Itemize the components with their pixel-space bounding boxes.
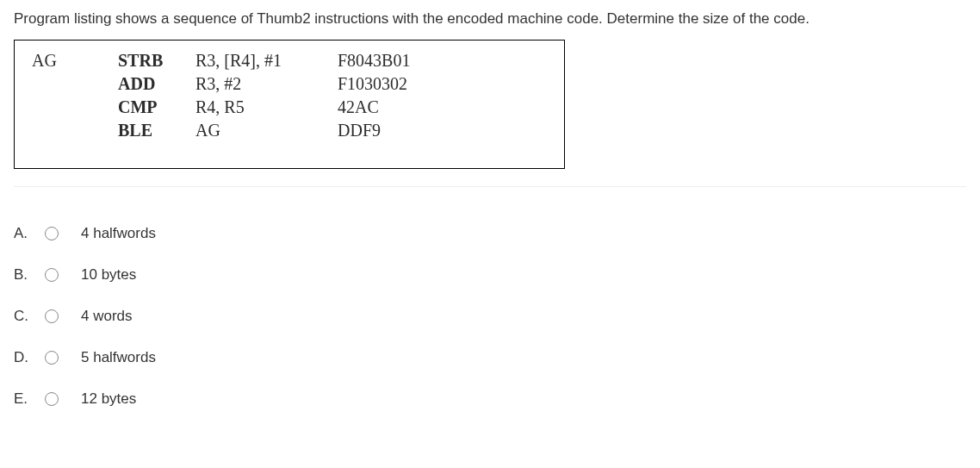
option-letter: D. [14, 349, 40, 366]
option-c[interactable]: C. 4 words [14, 296, 966, 337]
code-operands: R3, #2 [195, 72, 338, 96]
divider [14, 186, 966, 187]
code-encoding: F1030302 [338, 72, 547, 96]
radio-icon[interactable] [45, 351, 59, 365]
option-e[interactable]: E. 12 bytes [14, 378, 966, 420]
code-encoding: F8043B01 [338, 49, 547, 72]
code-operands: R4, R5 [195, 96, 338, 119]
code-encoding: DDF9 [338, 119, 547, 142]
option-text: 4 words [81, 308, 133, 325]
code-operands: R3, [R4], #1 [195, 49, 338, 72]
option-b[interactable]: B. 10 bytes [14, 254, 966, 296]
code-row: CMP R4, R5 42AC [32, 96, 547, 119]
code-encoding: 42AC [338, 96, 547, 119]
option-text: 12 bytes [81, 390, 136, 408]
option-text: 4 halfwords [81, 225, 156, 242]
code-mnemonic: CMP [118, 96, 195, 119]
radio-icon[interactable] [45, 392, 59, 406]
option-d[interactable]: D. 5 halfwords [14, 337, 966, 378]
code-listing-box: AG STRB R3, [R4], #1 F8043B01 ADD R3, #2… [14, 40, 565, 169]
code-row: BLE AG DDF9 [32, 119, 547, 142]
code-mnemonic: BLE [118, 119, 195, 142]
option-letter: C. [14, 308, 40, 325]
code-row: AG STRB R3, [R4], #1 F8043B01 [32, 49, 547, 72]
code-row: ADD R3, #2 F1030302 [32, 72, 547, 96]
option-a[interactable]: A. 4 halfwords [14, 213, 966, 254]
code-label [32, 72, 118, 96]
code-label [32, 96, 118, 119]
option-text: 10 bytes [81, 266, 136, 284]
radio-icon[interactable] [45, 309, 59, 323]
code-operands: AG [195, 119, 338, 142]
options-list: A. 4 halfwords B. 10 bytes C. 4 words D.… [14, 213, 966, 420]
question-text: Program listing shows a sequence of Thum… [14, 10, 966, 28]
code-mnemonic: STRB [118, 49, 195, 72]
radio-icon[interactable] [45, 227, 59, 240]
option-text: 5 halfwords [81, 349, 156, 366]
option-letter: B. [14, 266, 40, 284]
code-label: AG [32, 49, 118, 72]
option-letter: A. [14, 225, 40, 242]
radio-icon[interactable] [45, 268, 59, 282]
code-mnemonic: ADD [118, 72, 195, 96]
option-letter: E. [14, 390, 40, 408]
code-label [32, 119, 118, 142]
